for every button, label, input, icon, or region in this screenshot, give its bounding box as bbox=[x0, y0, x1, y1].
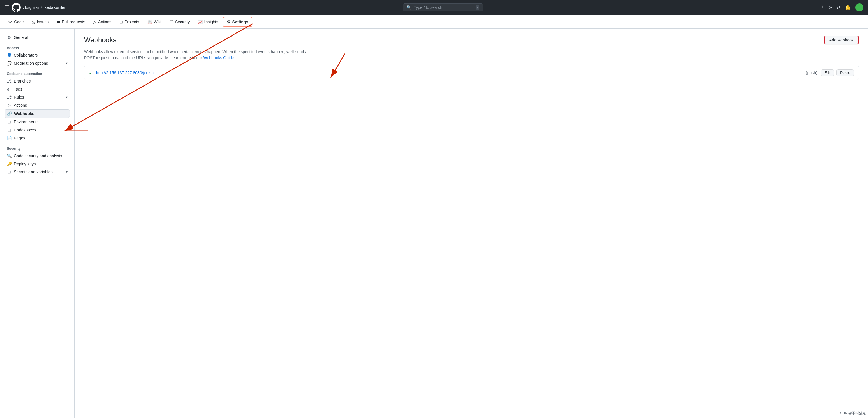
watermark: CSDN @不叫猫先 bbox=[838, 411, 866, 416]
secrets-icon: ⊞ bbox=[7, 170, 11, 174]
sidebar-deploy-keys-label: Deploy keys bbox=[14, 162, 36, 166]
wiki-icon: 📖 bbox=[147, 20, 152, 24]
nav-code-label: Code bbox=[14, 20, 24, 24]
nav-insights[interactable]: 📈 Insights bbox=[194, 17, 222, 27]
sidebar-secrets-label: Secrets and variables bbox=[14, 170, 53, 174]
projects-icon: ⊞ bbox=[119, 20, 123, 24]
add-webhook-button[interactable]: Add webhook bbox=[824, 36, 859, 44]
nav-settings-label: Settings bbox=[232, 20, 248, 24]
sidebar-rules-label: Rules bbox=[14, 95, 24, 99]
search-icon: 🔍 bbox=[406, 5, 411, 10]
search-box[interactable]: 🔍 Type / to search / bbox=[403, 3, 483, 11]
moderation-chevron-icon: ▾ bbox=[66, 61, 68, 65]
secrets-chevron-icon: ▾ bbox=[66, 170, 68, 174]
pr-icon[interactable]: ⇄ bbox=[837, 5, 840, 10]
webhook-status-icon: ✓ bbox=[89, 70, 93, 75]
actions-icon: ▷ bbox=[93, 20, 96, 24]
branches-icon: ⎇ bbox=[7, 79, 11, 84]
sidebar-item-codespaces[interactable]: ⎕ Codespaces bbox=[5, 126, 70, 134]
repo-name-link[interactable]: kedaxunfei bbox=[44, 5, 65, 10]
sidebar-item-webhooks[interactable]: 🔗 Webhooks bbox=[5, 109, 70, 118]
sidebar-item-secrets[interactable]: ⊞ Secrets and variables ▾ bbox=[5, 168, 70, 176]
sidebar-actions-icon: ▷ bbox=[7, 103, 11, 107]
webhook-edit-button[interactable]: Edit bbox=[821, 69, 834, 76]
codespaces-icon: ⎕ bbox=[7, 128, 11, 132]
environments-icon: ⊟ bbox=[7, 120, 11, 124]
code-security-icon: 🔍 bbox=[7, 154, 11, 158]
nav-security[interactable]: 🛡 Security bbox=[166, 17, 193, 27]
plus-icon[interactable]: + bbox=[820, 4, 824, 10]
search-slash-hint: / bbox=[476, 5, 479, 10]
sidebar-environments-label: Environments bbox=[14, 120, 38, 124]
sidebar-general-label: General bbox=[14, 35, 28, 40]
sidebar-item-pages[interactable]: 📄 Pages bbox=[5, 134, 70, 142]
sidebar-branches-label: Branches bbox=[14, 79, 31, 84]
search-placeholder-text: Type / to search bbox=[413, 5, 442, 10]
webhook-url[interactable]: http://2.156.137.227:8080/jenkin... bbox=[96, 70, 802, 75]
sidebar-moderation-label: Moderation options bbox=[14, 61, 48, 66]
code-icon: <> bbox=[8, 20, 12, 24]
sidebar-pages-label: Pages bbox=[14, 136, 25, 140]
avatar[interactable] bbox=[855, 3, 863, 11]
nav-insights-label: Insights bbox=[205, 20, 218, 24]
nav-pull-requests[interactable]: ⇄ Pull requests bbox=[53, 17, 89, 27]
repo-path: zbsguilai / kedaxunfei bbox=[23, 5, 65, 10]
github-logo bbox=[11, 3, 21, 12]
page-title: Webhooks bbox=[84, 36, 117, 44]
moderation-icon: 💬 bbox=[7, 61, 11, 66]
sidebar-webhooks-label: Webhooks bbox=[14, 111, 34, 116]
sidebar-item-actions[interactable]: ▷ Actions bbox=[5, 101, 70, 109]
sidebar-codespaces-label: Codespaces bbox=[14, 128, 36, 132]
sidebar-security-section: Security bbox=[5, 144, 70, 152]
pull-requests-icon: ⇄ bbox=[57, 20, 60, 24]
nav-projects-label: Projects bbox=[125, 20, 139, 24]
sidebar-item-deploy-keys[interactable]: 🔑 Deploy keys bbox=[5, 160, 70, 168]
nav-pull-requests-label: Pull requests bbox=[62, 20, 85, 24]
nav-wiki[interactable]: 📖 Wiki bbox=[144, 17, 165, 27]
sidebar-actions-label: Actions bbox=[14, 103, 27, 107]
webhooks-guide-link[interactable]: Webhooks Guide bbox=[203, 56, 234, 60]
sidebar-item-moderation[interactable]: 💬 Moderation options ▾ bbox=[5, 59, 70, 67]
sidebar-item-rules[interactable]: ⎇ Rules ▾ bbox=[5, 93, 70, 101]
sidebar-collaborators-label: Collaborators bbox=[14, 53, 38, 58]
sidebar-code-security-label: Code security and analysis bbox=[14, 154, 62, 158]
nav-projects[interactable]: ⊞ Projects bbox=[116, 17, 143, 27]
issues-icon: ◎ bbox=[32, 20, 35, 24]
webhooks-description: Webhooks allow external services to be n… bbox=[84, 49, 314, 61]
issue-icon[interactable]: ⊙ bbox=[828, 5, 832, 10]
inbox-icon[interactable]: 🔔 bbox=[845, 5, 851, 10]
nav-issues-label: Issues bbox=[37, 20, 49, 24]
insights-icon: 📈 bbox=[198, 20, 203, 24]
webhook-event: (push) bbox=[806, 70, 817, 75]
sidebar-tags-label: Tags bbox=[14, 87, 23, 91]
nav-code[interactable]: <> Code bbox=[5, 17, 27, 27]
webhooks-icon: 🔗 bbox=[7, 111, 12, 116]
sidebar-item-general[interactable]: ⚙ General bbox=[5, 33, 70, 41]
sidebar-item-code-security[interactable]: 🔍 Code security and analysis bbox=[5, 152, 70, 160]
nav-wiki-label: Wiki bbox=[154, 20, 161, 24]
annotation-arrows bbox=[0, 0, 868, 418]
sidebar-code-automation-section: Code and automation bbox=[5, 70, 70, 77]
tags-icon: 🏷 bbox=[7, 87, 11, 91]
sidebar-item-branches[interactable]: ⎇ Branches bbox=[5, 77, 70, 85]
pages-icon: 📄 bbox=[7, 136, 11, 140]
nav-settings[interactable]: ⚙ Settings bbox=[223, 17, 252, 27]
sidebar-access-section: Access bbox=[5, 44, 70, 51]
settings-icon: ⚙ bbox=[227, 20, 231, 24]
deploy-keys-icon: 🔑 bbox=[7, 162, 11, 166]
general-icon: ⚙ bbox=[7, 35, 11, 40]
repo-owner-link[interactable]: zbsguilai bbox=[23, 5, 38, 10]
sidebar-item-environments[interactable]: ⊟ Environments bbox=[5, 118, 70, 126]
nav-actions[interactable]: ▷ Actions bbox=[90, 17, 115, 27]
rules-icon: ⎇ bbox=[7, 95, 11, 99]
webhook-delete-button[interactable]: Delete bbox=[836, 69, 854, 76]
hamburger-menu[interactable]: ☰ bbox=[5, 4, 9, 11]
nav-issues[interactable]: ◎ Issues bbox=[29, 17, 52, 27]
rules-chevron-icon: ▾ bbox=[66, 95, 68, 99]
nav-actions-label: Actions bbox=[98, 20, 111, 24]
sidebar-item-collaborators[interactable]: 👤 Collaborators bbox=[5, 51, 70, 59]
security-icon: 🛡 bbox=[169, 20, 174, 24]
sidebar-item-tags[interactable]: 🏷 Tags bbox=[5, 85, 70, 93]
nav-security-label: Security bbox=[175, 20, 190, 24]
webhook-list: ✓ http://2.156.137.227:8080/jenkin... (p… bbox=[84, 66, 859, 80]
